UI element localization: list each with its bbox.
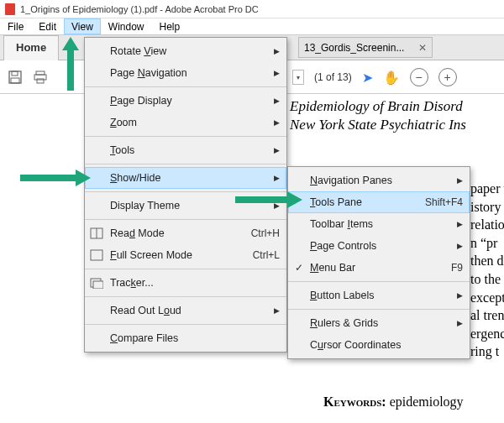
show-hide-submenu: Navigation Panes▶ Tools PaneShift+F4 Too… xyxy=(287,166,470,359)
menu-show-hide[interactable]: Show/Hide▶ xyxy=(85,167,286,189)
menu-tools[interactable]: Tools▶ xyxy=(85,139,286,161)
menu-page-navigation[interactable]: Page Navigation▶ xyxy=(85,62,286,84)
menu-window[interactable]: Window xyxy=(101,18,152,34)
menu-file[interactable]: File xyxy=(0,18,31,34)
menu-help[interactable]: Help xyxy=(152,18,188,34)
menu-read-mode[interactable]: Read ModeCtrl+H xyxy=(85,222,286,244)
close-icon[interactable]: ✕ xyxy=(418,42,427,54)
select-tool-icon[interactable]: ➤ xyxy=(362,70,373,86)
svg-marker-11 xyxy=(62,37,79,91)
page-count: (1 of 13) xyxy=(314,71,352,83)
menu-bar: File Edit View Window Help xyxy=(0,18,504,35)
keywords-label: Keywords: xyxy=(323,394,386,409)
full-screen-icon xyxy=(88,248,105,263)
document-tab[interactable]: 13_Gordis_Screenin... ✕ xyxy=(298,37,433,58)
app-icon xyxy=(5,3,15,15)
svg-rect-8 xyxy=(91,250,102,260)
keywords-line: Keywords: epidemiology xyxy=(323,394,464,410)
home-tab[interactable]: Home xyxy=(3,35,59,60)
svg-rect-10 xyxy=(93,281,103,289)
print-icon[interactable] xyxy=(32,69,49,86)
menu-read-out-loud[interactable]: Read Out Loud▶ xyxy=(85,300,286,321)
submenu-navigation-panes[interactable]: Navigation Panes▶ xyxy=(288,170,470,191)
submenu-cursor-coordinates[interactable]: Cursor Coordinates xyxy=(288,334,470,356)
tracker-icon xyxy=(88,275,105,290)
zoom-out-button[interactable]: − xyxy=(410,68,428,86)
menu-rotate-view[interactable]: Rotate View▶ xyxy=(85,40,286,62)
menu-edit[interactable]: Edit xyxy=(31,18,64,34)
keywords-text: epidemiology xyxy=(390,394,464,409)
window-title: 1_Origins of Epidemiology (1).pdf - Adob… xyxy=(20,4,259,14)
svg-marker-13 xyxy=(235,191,302,208)
menu-zoom[interactable]: Zoom▶ xyxy=(85,112,286,133)
annotation-arrow-2 xyxy=(20,168,91,188)
submenu-button-labels[interactable]: Button Labels▶ xyxy=(288,285,470,306)
menu-compare-files[interactable]: Compare Files xyxy=(85,327,286,349)
annotation-arrow-3 xyxy=(235,190,302,210)
read-mode-icon xyxy=(88,226,105,241)
svg-rect-1 xyxy=(12,71,18,76)
submenu-page-controls[interactable]: Page Controls▶ xyxy=(288,235,470,257)
menu-view[interactable]: View xyxy=(64,18,101,34)
submenu-toolbar-items[interactable]: Toolbar Items▶ xyxy=(288,213,470,235)
submenu-rulers-grids[interactable]: Rulers & Grids▶ xyxy=(288,312,470,334)
page-info-row: ▾ (1 of 13) ➤ ✋ − + xyxy=(292,62,457,92)
svg-rect-2 xyxy=(11,78,19,83)
submenu-menu-bar[interactable]: ✓Menu BarF9 xyxy=(288,257,470,279)
page-dropdown-icon[interactable]: ▾ xyxy=(292,70,304,85)
title-bar: 1_Origins of Epidemiology (1).pdf - Adob… xyxy=(0,0,504,18)
document-heading: Epidemiology of Brain Disord New York St… xyxy=(290,97,466,134)
svg-marker-12 xyxy=(20,170,91,186)
annotation-arrow-1 xyxy=(60,37,81,91)
check-icon: ✓ xyxy=(291,260,307,275)
hand-tool-icon[interactable]: ✋ xyxy=(383,70,400,86)
document-tab-label: 13_Gordis_Screenin... xyxy=(304,42,404,54)
menu-full-screen[interactable]: Full Screen ModeCtrl+L xyxy=(85,244,286,266)
heading-line-2: New York State Psychiatric Ins xyxy=(290,116,466,134)
zoom-in-button[interactable]: + xyxy=(438,68,457,86)
svg-rect-3 xyxy=(36,71,45,75)
document-body: paper v istory relatio n “pr then d to t… xyxy=(470,180,504,361)
submenu-tools-pane[interactable]: Tools PaneShift+F4 xyxy=(288,191,470,213)
menu-page-display[interactable]: Page Display▶ xyxy=(85,90,286,112)
heading-line-1: Epidemiology of Brain Disord xyxy=(290,97,466,116)
menu-tracker[interactable]: Tracker... xyxy=(85,272,286,294)
save-icon[interactable] xyxy=(7,69,24,86)
